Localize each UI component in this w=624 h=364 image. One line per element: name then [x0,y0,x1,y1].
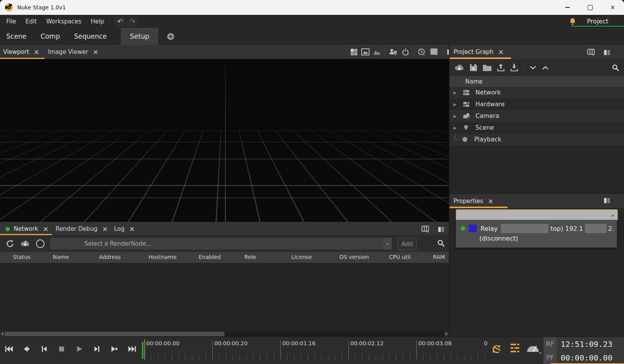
select-arrow-button[interactable]: ▾ [383,238,392,250]
history-clock-icon[interactable] [418,48,427,56]
play-backward-button[interactable] [20,343,33,355]
expander-icon[interactable]: ▶ [454,125,458,130]
go-to-start-button[interactable] [2,343,15,355]
project-menu[interactable]: Project [587,18,608,25]
add-rendernode-button[interactable]: Add [397,238,417,250]
close-icon[interactable]: × [34,48,39,56]
column-hostname[interactable]: Hostname [149,254,177,260]
tab-properties[interactable]: Properties [454,198,483,205]
import-file-button[interactable] [510,63,518,72]
play-button[interactable] [73,343,86,355]
column-role[interactable]: Role [244,254,256,260]
scroll-right-arrow[interactable] [444,331,449,337]
panel-split-icon[interactable] [438,227,445,232]
relay-list-item[interactable]: Relay top) 192.1 2. [456,223,617,234]
refresh-button[interactable] [5,239,15,248]
tab-network[interactable]: Network [14,225,38,232]
play-forward-button[interactable] [108,343,121,355]
tab-viewport[interactable]: Viewport [3,48,29,55]
step-forward-button[interactable] [90,343,103,355]
title-bar[interactable]: Nuke Stage 1.0v1 × [0,0,624,15]
timeline-ruler[interactable]: 00:00:00.00 00:00:00.20 00:00:01.16 00:0… [142,337,487,364]
power-icon[interactable] [402,48,410,56]
workspace-tab-sequence[interactable]: Sequence [74,28,107,45]
workspace-tab-comp[interactable]: Comp [41,28,60,45]
columns-icon[interactable] [587,49,596,56]
export-button[interactable] [497,63,505,72]
horizontal-scrollbar[interactable] [0,331,449,337]
go-to-end-button[interactable] [126,343,138,355]
notification-bell-icon[interactable] [569,18,576,25]
expander-icon[interactable]: ▶ [454,114,458,118]
column-address[interactable]: Address [99,254,121,260]
close-icon[interactable]: × [129,225,134,233]
retime-sliders-icon[interactable] [510,342,520,354]
nuke-render-button[interactable] [36,239,45,248]
workspace-tab-scene[interactable]: Scene [6,28,27,45]
workspace-tab-setup[interactable]: Setup [121,28,158,45]
column-cpu-util[interactable]: CPU util [389,254,411,260]
tree-row-hardware[interactable]: ▶ Hardware [450,98,624,110]
loop-icon[interactable] [490,342,504,354]
menu-edit[interactable]: Edit [25,18,37,25]
tree-column-header[interactable]: Name [450,76,624,87]
close-icon[interactable]: × [488,197,493,205]
column-ram[interactable]: RAM [433,254,445,260]
tree-row-camera[interactable]: ▶ Camera [450,110,624,122]
mountains-icon[interactable] [373,49,381,55]
tab-render-debug[interactable]: Render Debug [56,225,98,232]
image-icon[interactable] [361,48,369,55]
add-workspace-button[interactable] [167,28,174,45]
collapse-all-button[interactable] [529,65,537,70]
panel-split-icon[interactable] [604,198,610,203]
column-name[interactable]: Name [53,254,69,260]
redo-button[interactable]: ↷ [127,16,138,27]
menu-help[interactable]: Help [91,18,104,25]
layout-grid-icon[interactable] [350,48,358,56]
close-icon[interactable]: × [93,48,98,56]
open-button[interactable] [482,64,492,71]
menu-workspaces[interactable]: Workspaces [46,18,81,25]
tree-row-scene[interactable]: ▶ Scene [450,122,624,134]
menu-file[interactable]: File [6,18,16,25]
panel-split-icon[interactable] [604,50,610,55]
save-button[interactable] [469,63,478,72]
search-icon[interactable] [612,64,619,71]
column-enabled[interactable]: Enabled [199,254,221,260]
columns-icon[interactable] [421,226,430,233]
scrollbar-thumb[interactable] [5,332,224,336]
search-icon[interactable] [437,239,445,247]
undo-button[interactable]: ↶ [115,16,126,27]
tab-image-viewer[interactable]: Image Viewer [48,48,88,55]
expand-all-button[interactable] [542,65,549,70]
column-status[interactable]: Status [13,254,30,260]
toolbar-separator [414,48,414,56]
panel-display-icon[interactable] [430,48,439,56]
column-license[interactable]: License [291,254,312,260]
viewport-3d-canvas[interactable]: Freecam ▾ [0,59,449,222]
tab-log[interactable]: Log [114,225,125,232]
properties-node-select[interactable]: ▴ [456,209,618,220]
rendernode-select[interactable]: Select a RenderNode... ▾ [50,238,392,250]
tab-project-graph[interactable]: Project Graph [454,48,493,55]
column-os-version[interactable]: OS version [339,254,369,260]
rendernode-table-body[interactable] [0,263,449,331]
tree-row-playback[interactable]: Playback [450,134,624,145]
close-icon[interactable]: × [43,225,48,233]
import-button[interactable] [454,63,464,72]
close-icon[interactable]: × [498,48,504,56]
close-button[interactable]: × [601,0,624,15]
scroll-left-arrow[interactable] [0,331,5,337]
performance-gauge-icon[interactable] [525,341,543,355]
tree-row-network[interactable]: ▶ Network [450,87,624,98]
disconnect-link[interactable]: (disconnect) [479,235,518,242]
maximize-button[interactable] [579,0,601,15]
download-nodes-button[interactable] [20,239,30,248]
minimize-button[interactable] [556,0,579,15]
close-icon[interactable]: × [102,225,108,233]
expander-icon[interactable]: ▶ [454,90,458,95]
stop-button[interactable] [55,343,68,355]
expander-icon[interactable]: ▶ [454,102,458,107]
step-back-button[interactable] [38,343,50,355]
camera-view-icon[interactable] [389,48,398,56]
